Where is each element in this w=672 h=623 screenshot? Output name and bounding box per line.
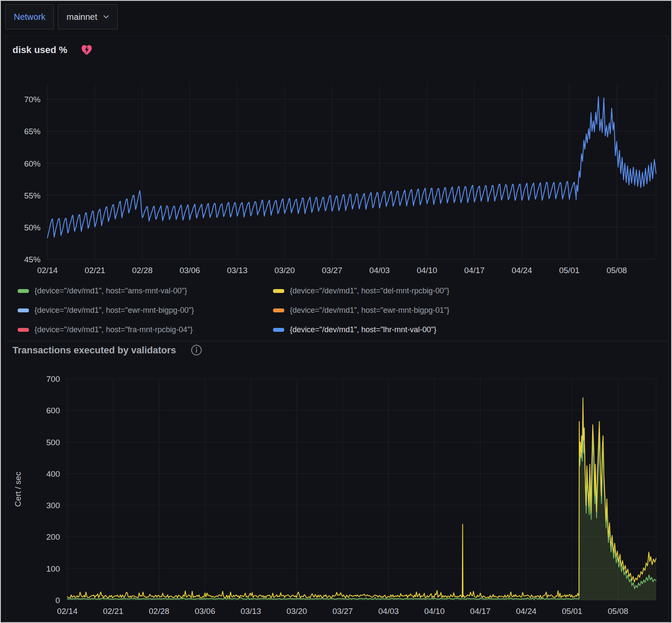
legend-series-color-pill — [18, 328, 29, 332]
transactions-chart[interactable]: 010020030040050060070002/1402/2102/2803/… — [6, 362, 669, 620]
x-axis-tick: 04/10 — [417, 266, 437, 275]
x-axis-tick: 04/24 — [516, 607, 537, 616]
y-axis-tick: 50% — [24, 223, 41, 232]
y-axis-tick: 200 — [46, 532, 60, 541]
x-axis-tick: 05/08 — [606, 266, 627, 275]
legend-series-label: {device="/dev/md1", host="ewr-mnt-bigpg-… — [35, 306, 194, 315]
x-axis-tick: 03/27 — [333, 607, 353, 616]
x-axis-tick: 03/06 — [195, 607, 215, 616]
panel-title[interactable]: disk used % — [13, 44, 67, 56]
x-axis-tick: 04/03 — [369, 266, 390, 275]
x-axis-tick: 02/14 — [37, 266, 58, 275]
x-axis-tick: 02/28 — [149, 607, 170, 616]
x-axis-tick: 04/17 — [464, 266, 485, 275]
y-axis-tick: 0 — [55, 596, 60, 605]
y-axis-tick: 500 — [46, 438, 60, 447]
legend-series-label: {device="/dev/md1", host="fra-mnt-rpcbig… — [35, 325, 193, 334]
x-axis-tick: 04/17 — [470, 607, 491, 616]
y-axis-tick: 100 — [46, 564, 60, 573]
disk-used-chart[interactable]: 45%50%55%60%65%70%02/1402/2102/2803/0603… — [6, 77, 669, 280]
transactions-panel: Transactions executed by validators Cert… — [5, 342, 669, 622]
y-axis-tick: 400 — [46, 469, 60, 478]
legend-series-color-pill — [273, 328, 284, 332]
y-axis-tick: 45% — [24, 255, 41, 264]
y-axis-tick: 60% — [24, 159, 41, 168]
legend-series-label: {device="/dev/md1", host="del-mnt-rpcbig… — [290, 286, 449, 296]
series-area-validator-certs-yellow — [67, 398, 656, 600]
chevron-down-icon — [103, 13, 109, 21]
x-axis-tick: 03/20 — [286, 607, 307, 616]
broken-heart-icon[interactable] — [80, 44, 93, 57]
x-axis-tick: 02/14 — [57, 607, 78, 616]
x-axis-tick: 03/13 — [227, 266, 248, 275]
legend-series-label: {device="/dev/md1", host="ams-mnt-val-00… — [35, 286, 187, 296]
y-axis-tick: 70% — [24, 95, 41, 104]
x-axis-tick: 03/27 — [322, 266, 342, 275]
legend-series-label: {device="/dev/md1", host="lhr-mnt-val-00… — [290, 325, 436, 334]
panel-title[interactable]: Transactions executed by validators — [13, 345, 176, 356]
legend-item-0[interactable]: {device="/dev/md1", host="ams-mnt-val-00… — [18, 286, 273, 296]
series-line-validator-certs-green — [67, 423, 656, 599]
x-axis-tick: 03/20 — [274, 266, 295, 275]
x-axis-tick: 02/28 — [132, 266, 153, 275]
disk-used-panel: disk used % 45%50%55%60%65%70%02/1402/21… — [5, 35, 669, 341]
x-axis-tick: 04/24 — [512, 266, 532, 275]
series-line-{device="/dev/md1", host="lhr-mnt-val-00"} — [47, 97, 656, 238]
x-axis-tick: 05/01 — [559, 266, 580, 275]
legend-series-color-pill — [18, 308, 29, 312]
info-icon[interactable] — [191, 344, 202, 356]
disk-used-legend: {device="/dev/md1", host="ams-mnt-val-00… — [18, 286, 449, 334]
legend-series-color-pill — [273, 308, 284, 312]
x-axis-tick: 02/21 — [103, 607, 124, 616]
legend-series-label: {device="/dev/md1", host="ewr-mnt-bigpg-… — [290, 306, 449, 315]
x-axis-tick: 05/08 — [608, 607, 628, 616]
network-variable-dropdown[interactable]: mainnet — [58, 4, 117, 29]
series-area-validator-certs-green — [67, 423, 656, 600]
series-line-validator-certs-yellow — [67, 398, 656, 598]
network-variable-label[interactable]: Network — [5, 4, 54, 29]
legend-series-color-pill — [18, 289, 29, 293]
dashboard-variables-bar: Network mainnet — [5, 4, 118, 29]
legend-item-5[interactable]: {device="/dev/md1", host="lhr-mnt-val-00… — [273, 325, 449, 334]
legend-item-2[interactable]: {device="/dev/md1", host="ewr-mnt-bigpg-… — [18, 306, 273, 315]
y-axis-tick: 300 — [46, 501, 60, 510]
x-axis-tick: 03/13 — [241, 607, 261, 616]
x-axis-tick: 04/03 — [378, 607, 399, 616]
x-axis-tick: 02/21 — [85, 266, 105, 275]
legend-series-color-pill — [273, 289, 284, 293]
network-label: Network — [14, 12, 45, 22]
y-axis-tick: 600 — [46, 406, 60, 415]
legend-item-1[interactable]: {device="/dev/md1", host="del-mnt-rpcbig… — [273, 286, 449, 296]
legend-item-3[interactable]: {device="/dev/md1", host="ewr-mnt-bigpg-… — [273, 306, 449, 315]
x-axis-tick: 04/10 — [424, 607, 445, 616]
x-axis-tick: 05/01 — [562, 607, 583, 616]
y-axis-tick: 65% — [24, 127, 41, 136]
network-value: mainnet — [66, 12, 97, 22]
y-axis-tick: 55% — [24, 191, 41, 200]
legend-item-4[interactable]: {device="/dev/md1", host="fra-mnt-rpcbig… — [18, 325, 273, 334]
y-axis-tick: 700 — [46, 374, 60, 384]
x-axis-tick: 03/06 — [179, 266, 200, 275]
